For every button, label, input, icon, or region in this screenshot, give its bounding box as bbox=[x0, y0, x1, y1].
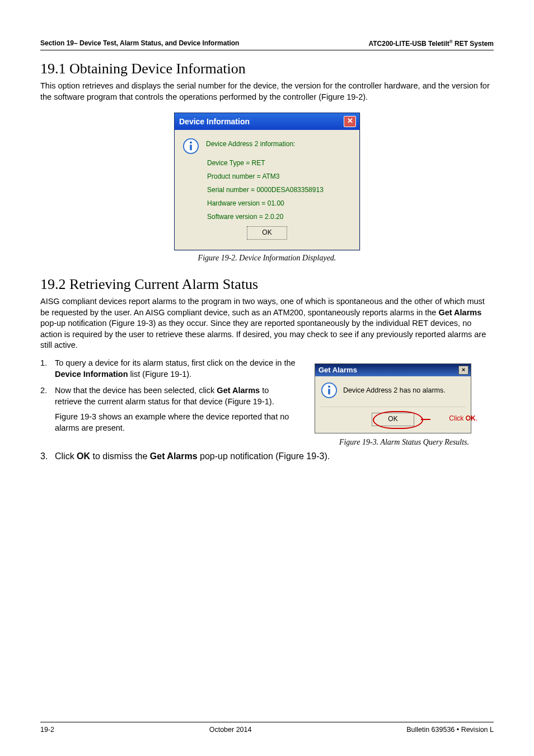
info-icon bbox=[182, 138, 199, 155]
step-1: 1. To query a device for its alarm statu… bbox=[40, 358, 298, 380]
dialog1-line3: Serial number = 0000DESA083358913 bbox=[207, 186, 352, 194]
dialog1-line5: Software version = 2.0.20 bbox=[207, 213, 352, 221]
footer-mid-a: October bbox=[209, 726, 236, 734]
section-19-2-title: 19.2 Retrieving Current Alarm Status bbox=[40, 276, 494, 293]
dialog2-title: Get Alarms bbox=[318, 366, 357, 374]
footer-rule bbox=[40, 722, 494, 722]
step1-a: To query a device for its alarm status, … bbox=[55, 358, 296, 367]
dialog1-line0: Device Address 2 information: bbox=[206, 138, 295, 148]
step-number: 1. bbox=[40, 358, 55, 380]
header-rule bbox=[40, 50, 494, 50]
step3-a: Click bbox=[55, 451, 77, 461]
close-icon[interactable]: × bbox=[458, 366, 469, 375]
step2-b: Get Alarms bbox=[217, 386, 260, 395]
callout-text: Click OK. bbox=[449, 414, 477, 422]
dialog1-line2: Product number = ATM3 bbox=[207, 172, 352, 180]
step2-a: Now that the device has been selected, c… bbox=[55, 386, 217, 395]
section-19-2-para1: AISG compliant devices report alarms to … bbox=[40, 296, 494, 351]
para1-a: AISG compliant devices report alarms to … bbox=[40, 297, 485, 317]
header-left: Section 19– Device Test, Alarm Status, a… bbox=[40, 39, 239, 48]
get-alarms-dialog: Get Alarms × Device Address 2 has no ala… bbox=[315, 363, 471, 433]
step3-d: Get Alarms bbox=[150, 451, 198, 461]
step1-b: Device Information bbox=[55, 370, 128, 379]
footer-left: 19-2 bbox=[40, 726, 54, 734]
dialog2-msg: Device Address 2 has no alarms. bbox=[343, 386, 446, 394]
dialog1-title: Device Information bbox=[179, 117, 250, 126]
close-icon[interactable]: ✕ bbox=[344, 116, 356, 127]
step2-sub: Figure 19-3 shows an example where the d… bbox=[55, 412, 298, 433]
step3-e: pop-up notification (Figure 19-3). bbox=[198, 451, 330, 461]
step1-c: list (Figure 19-1). bbox=[128, 370, 192, 379]
device-information-dialog: Device Information ✕ Device Address 2 in… bbox=[174, 113, 360, 250]
step-3: 3. Click OK to dismiss the Get Alarms po… bbox=[40, 451, 494, 461]
section-19-1-para: This option retrieves and displays the s… bbox=[40, 81, 494, 102]
header-right: ATC200-LITE-USB Teletilt® RET System bbox=[369, 39, 494, 48]
step3-b: OK bbox=[77, 451, 90, 461]
header-right-suffix: RET System bbox=[453, 40, 494, 48]
para1-c: pop-up notification (Figure 19-3) as the… bbox=[40, 319, 486, 349]
dialog1-line1: Device Type = RET bbox=[207, 159, 352, 167]
step-number: 3. bbox=[40, 451, 55, 461]
ok-button[interactable]: OK bbox=[247, 226, 287, 240]
header-right-prefix: ATC200-LITE-USB Teletilt bbox=[369, 40, 449, 48]
dialog1-line4: Hardware version = 01.00 bbox=[207, 199, 352, 207]
footer-right: Bulletin 639536 • Revision L bbox=[406, 726, 494, 734]
step3-c: to dismiss the bbox=[90, 451, 150, 461]
callout-line bbox=[421, 419, 430, 420]
step-2: 2. Now that the device has been selected… bbox=[40, 385, 298, 433]
callout-pre: Click bbox=[449, 414, 465, 422]
callout-post: . bbox=[476, 414, 477, 422]
para1-bold: Get Alarms bbox=[438, 308, 481, 317]
svg-point-1 bbox=[190, 142, 192, 144]
footer-mid: October 2014 bbox=[209, 726, 252, 734]
svg-rect-2 bbox=[190, 144, 192, 150]
info-icon bbox=[321, 382, 338, 399]
figure-19-2-caption: Figure 19-2. Device Information Displaye… bbox=[40, 254, 494, 263]
step-number: 2. bbox=[40, 385, 55, 433]
svg-rect-5 bbox=[328, 389, 330, 394]
figure-19-3-caption: Figure 19-3. Alarm Status Query Results. bbox=[315, 438, 494, 447]
ok-button[interactable]: OK bbox=[372, 413, 414, 426]
svg-point-4 bbox=[328, 385, 330, 388]
section-19-1-title: 19.1 Obtaining Device Information bbox=[40, 60, 494, 77]
callout-bold: OK bbox=[466, 414, 476, 422]
footer-mid-b: 2014 bbox=[236, 726, 252, 734]
